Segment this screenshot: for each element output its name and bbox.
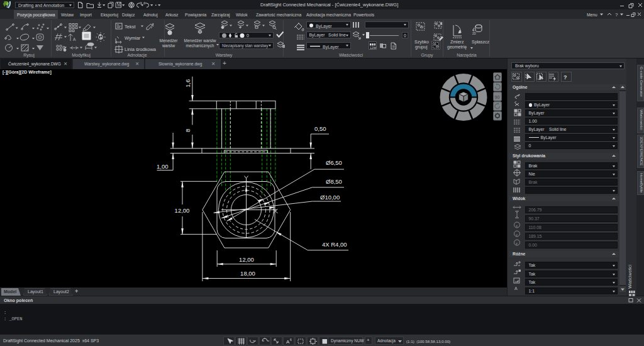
svg-text:Ø8,50: Ø8,50 [326, 178, 342, 185]
svg-text:Menedżer: Menedżer [160, 38, 179, 43]
svg-text:y: y [516, 233, 518, 237]
svg-text:Wymiar: Wymiar [125, 35, 141, 41]
svg-text:6: 6 [290, 338, 292, 342]
svg-text:0: 0 [247, 33, 249, 38]
svg-text:12,00: 12,00 [239, 256, 254, 263]
svg-text:2D: 2D [472, 32, 477, 35]
svg-text:Ø10,00: Ø10,00 [320, 194, 340, 201]
svg-text:z: z [516, 242, 518, 245]
svg-text:0,50: 0,50 [314, 125, 326, 132]
svg-text:12,00: 12,00 [175, 207, 190, 214]
svg-text:12W: 12W [370, 45, 377, 49]
svg-text:?: ? [564, 74, 567, 81]
svg-text:18,00: 18,00 [240, 270, 255, 277]
svg-text:1,6: 1,6 [184, 79, 191, 87]
svg-text:Tekst: Tekst [125, 24, 136, 30]
svg-text:Linia środkowa: Linia środkowa [125, 47, 157, 52]
svg-text:ByLayer: ByLayer [323, 44, 339, 49]
svg-text:?: ? [615, 12, 618, 18]
svg-text:Ø6,50: Ø6,50 [326, 159, 342, 166]
svg-text:A: A [514, 286, 518, 291]
svg-text:1,00: 1,00 [157, 163, 169, 170]
svg-text:A: A [73, 37, 76, 42]
svg-text:8: 8 [184, 129, 191, 132]
svg-text:4X R4,00: 4X R4,00 [322, 241, 347, 248]
svg-text:warstw: warstw [162, 43, 175, 48]
svg-text:mechanicznych: mechanicznych [186, 43, 214, 48]
svg-text:x: x [516, 224, 518, 228]
svg-text:Menedżer warstw: Menedżer warstw [184, 38, 216, 43]
svg-text:!: ! [152, 23, 153, 27]
svg-text:90: 90 [495, 95, 500, 99]
svg-text:ByLayer: ByLayer [316, 23, 332, 28]
